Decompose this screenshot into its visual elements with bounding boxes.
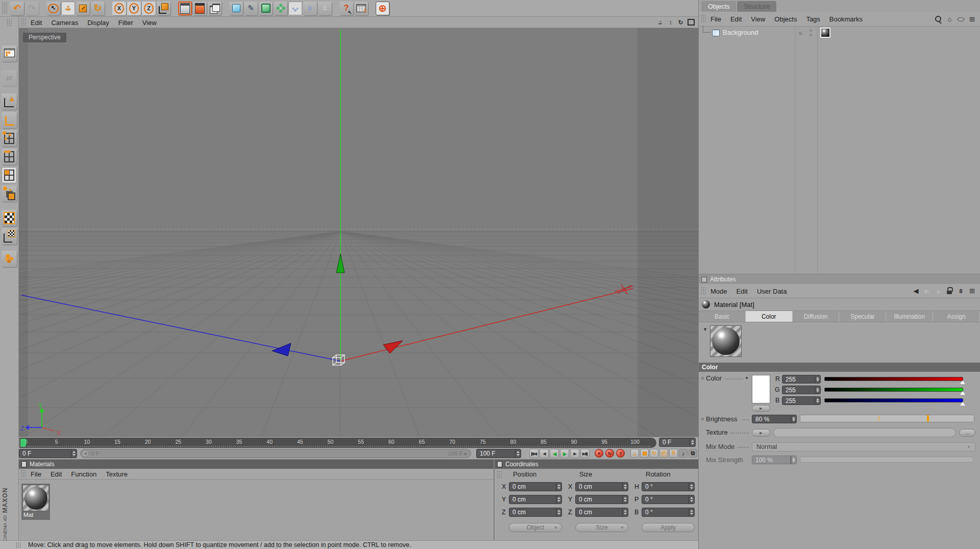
tab-color[interactable]: Color <box>746 311 793 322</box>
timeline-tick[interactable]: 55 <box>358 439 364 445</box>
add-spline-button[interactable]: ✎ <box>244 2 258 15</box>
redo-button[interactable]: ↷ <box>25 2 39 15</box>
size-button[interactable]: Size▼ <box>575 523 628 532</box>
move-button[interactable] <box>61 2 75 15</box>
blue-slider[interactable] <box>824 398 963 402</box>
coord-field-rotation-b[interactable]: 0 ° <box>642 508 695 517</box>
spinner[interactable] <box>622 483 628 491</box>
timeline-tick[interactable]: 95 <box>602 439 608 445</box>
material-thumbnail[interactable] <box>22 485 49 511</box>
filter-icon[interactable]: ◯ <box>957 16 965 21</box>
red-slider[interactable] <box>824 377 963 381</box>
objects-menu-view[interactable]: View <box>746 15 770 23</box>
polygon-mode-button[interactable] <box>2 167 17 183</box>
coord-field-position-y[interactable]: 0 cm <box>509 495 562 504</box>
timeline-tick[interactable]: 0 <box>24 439 28 445</box>
render-view-button[interactable] <box>178 2 192 15</box>
timeline-tick[interactable]: 25 <box>175 439 181 445</box>
preview-range-slider[interactable]: ◀ 0 F 100 F ▶ <box>80 449 471 458</box>
history-forward-icon[interactable]: ▶ <box>923 287 931 295</box>
timeline-tick[interactable]: 70 <box>449 439 455 445</box>
objects-menu-tags[interactable]: Tags <box>801 15 824 23</box>
maximize-view-icon[interactable] <box>687 18 695 27</box>
animation-dot-icon[interactable] <box>701 418 704 420</box>
green-slider[interactable] <box>824 388 963 392</box>
online-updater-button[interactable]: ⊕ <box>376 2 389 15</box>
apply-button[interactable]: Apply <box>642 523 695 532</box>
add-panel-icon[interactable]: ⊞ <box>968 287 976 295</box>
rotate-view-icon[interactable]: ↻ <box>676 18 685 27</box>
add-array-button[interactable] <box>274 2 287 15</box>
objects-menu-objects[interactable]: Objects <box>770 15 801 23</box>
lock-z-button[interactable]: Z <box>142 2 156 15</box>
current-frame-field[interactable]: 0 F <box>659 438 696 447</box>
coord-field-rotation-h[interactable]: 0 ° <box>642 482 695 491</box>
spinner[interactable] <box>689 508 694 516</box>
g-value-field[interactable]: 255 <box>782 386 821 394</box>
timeline-tick[interactable]: 30 <box>206 439 212 445</box>
add-hypernurbs-button[interactable] <box>259 2 273 15</box>
coord-field-rotation-p[interactable]: 0 ° <box>642 495 695 504</box>
lock-icon[interactable] <box>946 287 953 295</box>
timeline-tick[interactable]: 65 <box>419 439 425 445</box>
background-object-icon[interactable] <box>712 30 720 36</box>
zoom-view-icon[interactable]: ↕ <box>666 18 675 27</box>
spinner[interactable] <box>690 438 695 446</box>
objects-menubar-grip[interactable] <box>701 15 706 23</box>
tab-basic[interactable]: Basic <box>699 311 746 322</box>
mode-toolbar-grip[interactable] <box>7 19 12 26</box>
timeline-tick[interactable]: 90 <box>571 439 577 445</box>
object-row-background[interactable]: Background <box>699 28 980 38</box>
brightness-field[interactable]: 80 % <box>752 415 797 423</box>
texture-expand-button[interactable]: ▶ <box>752 429 770 437</box>
object-button[interactable]: Object▼ <box>509 523 562 532</box>
attributes-menubar-grip[interactable] <box>701 287 706 295</box>
color-expand-caret-icon[interactable]: ▼ <box>745 376 749 380</box>
viewport-menu-display[interactable]: Display <box>83 19 114 27</box>
goto-end-button[interactable]: ▶▶ <box>580 449 590 458</box>
animation-dot-icon[interactable] <box>701 377 704 379</box>
timeline-tick[interactable]: 50 <box>328 439 334 445</box>
materials-menu-function[interactable]: Function <box>66 470 101 478</box>
toolbar-grip[interactable] <box>2 2 7 14</box>
range-start-arrow-icon[interactable]: ◀ <box>82 450 89 457</box>
sound-toggle[interactable]: ♪ <box>679 449 688 458</box>
undo-button[interactable]: ↶ <box>10 2 24 15</box>
spinner[interactable] <box>556 495 561 504</box>
find-icon[interactable] <box>935 15 942 23</box>
texture-field[interactable] <box>773 428 956 437</box>
rotate-button[interactable]: ↻ <box>91 2 105 15</box>
b-value-field[interactable]: 255 <box>782 396 821 405</box>
material-preview-thumbnail[interactable] <box>710 325 742 357</box>
spinner[interactable] <box>71 449 77 458</box>
coord-field-position-x[interactable]: 0 cm <box>509 482 562 491</box>
spinner[interactable] <box>515 449 521 458</box>
spinner[interactable] <box>815 386 820 394</box>
add-panel-icon[interactable]: ⊞ <box>968 15 976 23</box>
goto-start-button[interactable]: ◀◀ <box>529 449 538 458</box>
play-forward-button[interactable]: ▶ <box>560 449 569 458</box>
object-tree[interactable]: Background <box>699 27 980 275</box>
spinner[interactable] <box>622 495 628 504</box>
material-tag-icon[interactable] <box>821 29 829 37</box>
spinner[interactable] <box>556 508 561 516</box>
coord-field-size-z[interactable]: 0 cm <box>575 508 628 517</box>
materials-menu-edit[interactable]: Edit <box>46 470 66 478</box>
status-grip[interactable] <box>16 542 21 548</box>
viewport-menu-edit[interactable]: Edit <box>26 19 46 27</box>
slider-handle[interactable] <box>960 378 965 384</box>
tab-illumination[interactable]: Illumination <box>886 311 933 322</box>
materials-menubar-grip[interactable] <box>21 470 26 478</box>
spinner[interactable] <box>689 483 694 491</box>
pan-view-icon[interactable] <box>656 18 665 27</box>
viewport-menu-filter[interactable]: Filter <box>114 19 138 27</box>
spinner[interactable] <box>815 397 820 404</box>
viewport-canvas[interactable]: YZX Perspective <box>19 28 698 437</box>
spinner[interactable] <box>556 483 561 491</box>
color-swatch[interactable] <box>752 375 770 403</box>
timeline-tick[interactable]: 80 <box>510 439 517 445</box>
render-queue-button[interactable] <box>208 2 222 15</box>
brightness-slider[interactable] <box>800 415 974 422</box>
spinner[interactable] <box>622 508 628 516</box>
slider-handle[interactable] <box>960 399 965 405</box>
